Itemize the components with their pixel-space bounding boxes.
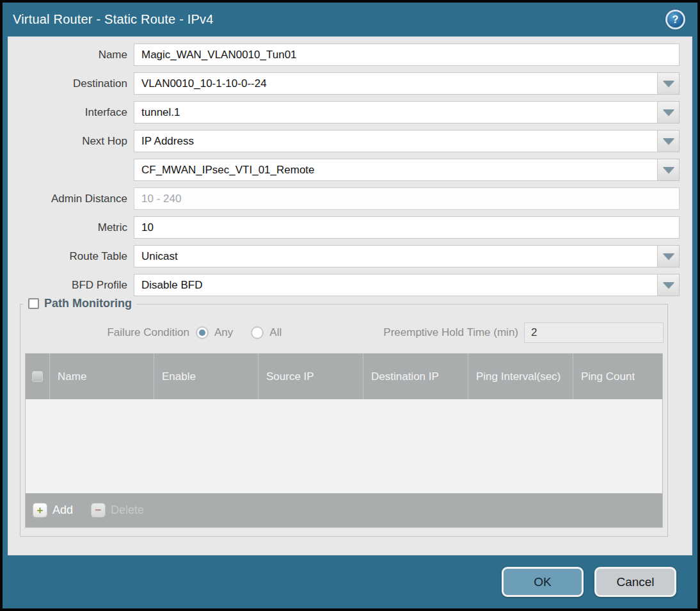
- admin-distance-row: Admin Distance: [8, 187, 680, 210]
- static-route-dialog: Virtual Router - Static Route - IPv4 ? N…: [0, 0, 700, 611]
- table-header-checkbox-cell: [26, 354, 50, 399]
- preemptive-hold-time-input[interactable]: [524, 322, 664, 343]
- path-monitoring-title: Path Monitoring: [44, 297, 132, 310]
- chevron-down-icon: [663, 138, 674, 145]
- chevron-down-icon: [663, 81, 674, 87]
- chevron-down-icon: [663, 167, 674, 173]
- column-header-destination-ip[interactable]: Destination IP: [363, 354, 468, 399]
- name-input[interactable]: [134, 44, 680, 66]
- minus-icon: −: [91, 503, 106, 518]
- path-monitoring-section: Path Monitoring Failure Condition Any Al…: [20, 304, 668, 537]
- bfd-profile-label: BFD Profile: [8, 279, 134, 292]
- failure-condition-radio-group: Any All: [196, 326, 282, 339]
- select-all-checkbox[interactable]: [32, 371, 43, 382]
- interface-label: Interface: [8, 106, 134, 119]
- route-table-row: Route Table: [8, 245, 680, 267]
- interface-input[interactable]: [134, 101, 658, 123]
- dialog-footer: OK Cancel: [3, 555, 697, 608]
- metric-label: Metric: [8, 221, 134, 234]
- next-hop-address-dropdown-button[interactable]: [658, 159, 680, 181]
- path-monitoring-legend: Path Monitoring: [23, 297, 137, 310]
- ok-button[interactable]: OK: [502, 567, 584, 597]
- dialog-title-bar: Virtual Router - Static Route - IPv4 ?: [3, 3, 697, 36]
- cancel-button[interactable]: Cancel: [594, 567, 676, 597]
- chevron-down-icon: [663, 109, 674, 116]
- path-monitoring-table: Name Enable Source IP Destination IP Pin…: [25, 353, 663, 528]
- add-button-label: Add: [52, 504, 73, 517]
- failure-condition-all-option[interactable]: All: [251, 326, 282, 339]
- preemptive-hold-time-label: Preemptive Hold Time (min): [282, 326, 524, 339]
- next-hop-type-input[interactable]: [134, 130, 658, 152]
- interface-dropdown-button[interactable]: [658, 101, 680, 123]
- plus-icon: +: [33, 503, 47, 518]
- column-header-ping-interval[interactable]: Ping Interval(sec): [468, 354, 573, 399]
- delete-button-label: Delete: [111, 504, 144, 517]
- dialog-content-panel: Name Destination Interface Next Hop: [8, 36, 692, 555]
- column-header-enable[interactable]: Enable: [154, 354, 259, 399]
- next-hop-address-row: [8, 159, 680, 181]
- column-header-source-ip[interactable]: Source IP: [259, 354, 363, 399]
- radio-any-label: Any: [214, 326, 233, 339]
- route-table-label: Route Table: [8, 250, 134, 263]
- bfd-profile-row: BFD Profile: [8, 274, 680, 296]
- destination-input[interactable]: [134, 72, 658, 95]
- failure-condition-any-option[interactable]: Any: [196, 326, 233, 339]
- path-monitoring-controls: Failure Condition Any All Preemptive Hol…: [24, 322, 664, 343]
- next-hop-dropdown-button[interactable]: [658, 130, 680, 152]
- radio-all-label: All: [269, 326, 282, 339]
- delete-button[interactable]: − Delete: [91, 503, 144, 518]
- table-body-empty: [26, 399, 662, 493]
- bfd-profile-dropdown-button[interactable]: [658, 274, 680, 296]
- radio-all-icon[interactable]: [251, 326, 264, 339]
- next-hop-address-input[interactable]: [134, 159, 658, 181]
- admin-distance-label: Admin Distance: [8, 193, 134, 205]
- name-row: Name: [8, 44, 680, 66]
- route-table-dropdown-button[interactable]: [658, 245, 680, 267]
- radio-any-icon[interactable]: [196, 326, 209, 339]
- help-icon[interactable]: ?: [667, 12, 683, 28]
- chevron-down-icon: [663, 282, 674, 289]
- destination-label: Destination: [8, 77, 134, 90]
- column-header-ping-count[interactable]: Ping Count: [573, 354, 662, 399]
- column-header-name[interactable]: Name: [50, 354, 154, 399]
- table-header-row: Name Enable Source IP Destination IP Pin…: [26, 354, 662, 399]
- metric-input[interactable]: [134, 216, 680, 239]
- route-table-input[interactable]: [134, 245, 658, 267]
- bfd-profile-input[interactable]: [134, 274, 658, 296]
- destination-dropdown-button[interactable]: [658, 72, 680, 95]
- destination-row: Destination: [8, 72, 680, 95]
- chevron-down-icon: [663, 253, 674, 260]
- interface-row: Interface: [8, 101, 680, 123]
- failure-condition-label: Failure Condition: [24, 326, 196, 339]
- next-hop-row: Next Hop: [8, 130, 680, 152]
- path-monitoring-checkbox[interactable]: [28, 298, 39, 309]
- table-toolbar: + Add − Delete: [26, 493, 662, 527]
- admin-distance-input[interactable]: [134, 187, 680, 210]
- next-hop-label: Next Hop: [8, 135, 134, 148]
- dialog-title: Virtual Router - Static Route - IPv4: [13, 12, 667, 27]
- add-button[interactable]: + Add: [33, 503, 73, 518]
- metric-row: Metric: [8, 216, 680, 239]
- name-label: Name: [8, 49, 134, 61]
